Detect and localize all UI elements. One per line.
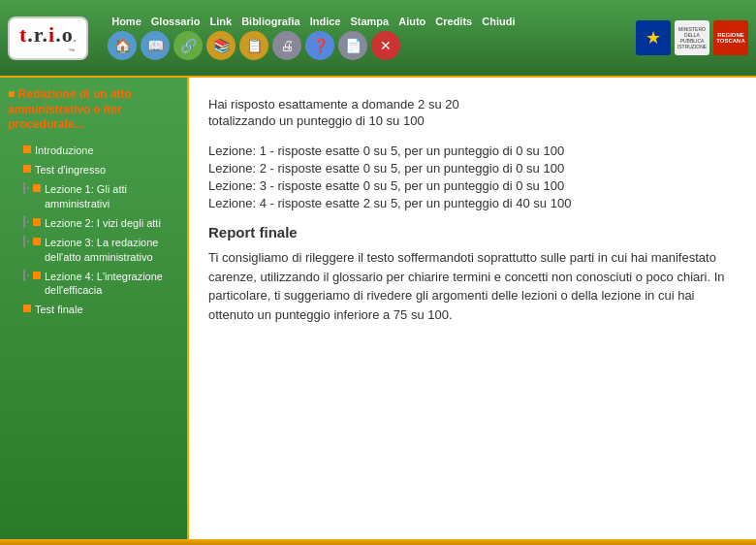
intro-icon — [23, 145, 31, 153]
sidebar-item-lezione2[interactable]: Lezione 2: I vizi degli atti — [21, 215, 179, 231]
lezione2-icon — [33, 218, 41, 226]
sidebar-items: Introduzione Test d'ingresso Lezione 1: … — [8, 143, 179, 318]
content-area: Hai risposto esattamente a domande 2 su … — [189, 78, 756, 539]
score-line1: Hai risposto esattamente a domande 2 su … — [208, 97, 733, 112]
link-button[interactable]: 🔗 — [173, 31, 203, 60]
nav-aiuto[interactable]: Aiuto — [394, 16, 429, 27]
nav-link[interactable]: Link — [206, 16, 236, 27]
sidebar-item-lezione1[interactable]: Lezione 1: Gli atti amministrativi — [21, 181, 179, 211]
credits-button[interactable]: 📄 — [338, 31, 367, 60]
aiuto-button[interactable]: ❓ — [305, 31, 334, 60]
nav-chiudi[interactable]: Chiudi — [478, 16, 519, 27]
nav-glossario[interactable]: Glossario — [147, 16, 205, 27]
report-title: Report finale — [208, 224, 733, 240]
sidebar-item-lezione3[interactable]: Lezione 3: La redazione dell'atto ammini… — [21, 235, 179, 265]
sidebar-item-test-finale[interactable]: Test finale — [21, 302, 179, 317]
sidebar-label-lezione1: Lezione 1: Gli atti amministrativi — [45, 182, 127, 210]
sidebar-title: ■ Redazione di un atto amministrativo e … — [8, 87, 179, 133]
sidebar-item-test-ingresso[interactable]: Test d'ingresso — [21, 162, 179, 177]
eu-badge: ★ — [636, 20, 671, 55]
nav-labels: Home Glossario Link Bibliografia Indice … — [104, 16, 628, 27]
nav-bibliografia[interactable]: Bibliografia — [237, 16, 304, 27]
sidebar-item-lezione4[interactable]: Lezione 4: L'integrazione dell'efficacia — [21, 269, 179, 299]
nav-stampa[interactable]: Stampa — [346, 16, 393, 27]
test-ingresso-icon — [23, 165, 31, 173]
lezione1-icon — [33, 184, 41, 192]
indice-button[interactable]: 📋 — [239, 31, 268, 60]
lesson-item-1: Lezione: 1 - risposte esatte 0 su 5, per… — [208, 144, 733, 158]
sidebar-label-lezione3: Lezione 3: La redazione dell'atto ammini… — [45, 236, 158, 264]
report-section: Report finale Ti consigliamo di rilegger… — [208, 224, 733, 324]
nav-home[interactable]: Home — [108, 16, 145, 27]
lezione3-icon — [33, 238, 41, 245]
sidebar-label-lezione2: Lezione 2: I vizi degli atti — [45, 216, 161, 230]
biblio-button[interactable]: 📚 — [206, 31, 236, 60]
home-button[interactable]: 🏠 — [108, 31, 137, 60]
score-line2: totalizzando un punteggio di 10 su 100 — [208, 113, 733, 128]
report-text: Ti consigliamo di rileggere il testo sof… — [208, 248, 733, 324]
nav-credits[interactable]: Credits — [431, 16, 476, 27]
nav-icons: 🏠 📖 🔗 📚 📋 🖨 ❓ 📄 ✕ — [104, 31, 628, 60]
sidebar: ■ Redazione di un atto amministrativo e … — [0, 78, 189, 539]
top-bar: t.r.i.o. ™ Home Glossario Link Bibliogra… — [0, 0, 756, 78]
glossario-button[interactable]: 📖 — [141, 31, 170, 60]
sidebar-label-lezione4: Lezione 4: L'integrazione dell'efficacia — [45, 270, 163, 298]
score-section: Hai risposto esattamente a domande 2 su … — [208, 97, 733, 128]
gov-badge: MINISTERODELLAPUBBLICAISTRUZIONE — [675, 20, 709, 55]
sidebar-item-introduzione[interactable]: Introduzione — [21, 143, 179, 158]
test-finale-icon — [23, 305, 31, 312]
main-area: ■ Redazione di un atto amministrativo e … — [0, 78, 756, 539]
sidebar-label-test-finale: Test finale — [35, 303, 83, 316]
nav-indice[interactable]: Indice — [306, 16, 345, 27]
chiudi-button[interactable]: ✕ — [371, 31, 400, 60]
nav-area: Home Glossario Link Bibliografia Indice … — [104, 16, 628, 60]
sidebar-label-introduzione: Introduzione — [35, 144, 94, 157]
region-badge: REGIONETOSCANA — [713, 20, 748, 55]
logo[interactable]: t.r.i.o. ™ — [8, 16, 88, 60]
lessons-list: Lezione: 1 - risposte esatte 0 su 5, per… — [208, 144, 733, 210]
badges-area: ★ MINISTERODELLAPUBBLICAISTRUZIONE REGIO… — [636, 20, 748, 55]
lesson-item-3: Lezione: 3 - risposte esatte 0 su 5, per… — [208, 178, 733, 193]
lesson-item-2: Lezione: 2 - risposte esatte 0 su 5, per… — [208, 161, 733, 176]
lesson-item-4: Lezione: 4 - risposte esatte 2 su 5, per… — [208, 196, 733, 210]
lezione4-icon — [33, 272, 41, 279]
stampa-button[interactable]: 🖨 — [272, 31, 301, 60]
bottom-bar — [0, 539, 756, 545]
sidebar-label-test-ingresso: Test d'ingresso — [35, 163, 106, 176]
